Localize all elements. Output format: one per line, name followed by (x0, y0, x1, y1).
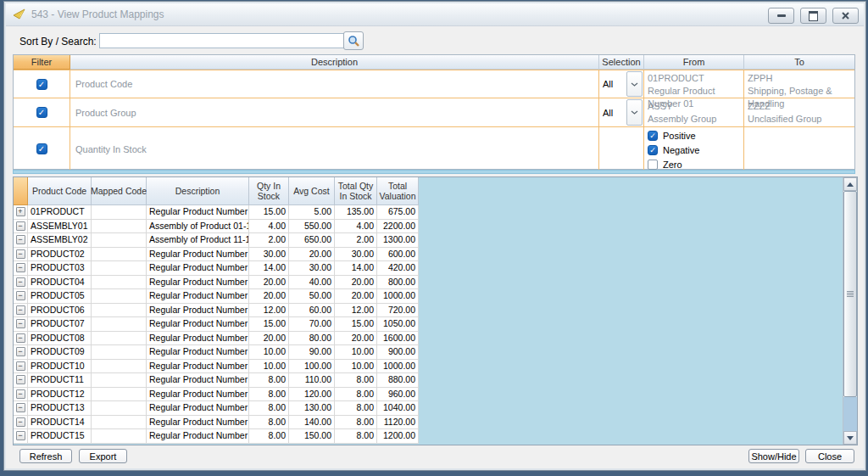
to-col-header[interactable]: To (744, 55, 854, 70)
cell-total-valuation: 1000.00 (377, 289, 419, 304)
description-col-header[interactable]: Description (70, 55, 599, 70)
negative-option: ✓ Negative (648, 143, 743, 157)
table-row[interactable]: −PRODUCT09Regular Product Number 0910.00… (14, 345, 419, 360)
table-row[interactable]: −PRODUCT07Regular Product Number 0715.00… (14, 317, 419, 332)
cell-total-valuation: 1040.00 (377, 401, 419, 416)
scrollbar-track[interactable] (843, 397, 857, 431)
scroll-up-button[interactable] (843, 177, 857, 191)
table-row[interactable]: −PRODUCT08Regular Product Number 0820.00… (14, 332, 419, 346)
table-row[interactable]: −PRODUCT04Regular Product Number 0420.00… (14, 276, 419, 290)
minus-box-icon[interactable]: − (16, 347, 25, 356)
cell-description: Regular Product Number 04 (147, 276, 249, 290)
cell-avg-cost: 100.00 (289, 360, 335, 374)
minus-box-icon[interactable]: − (16, 375, 25, 384)
show-hide-button[interactable]: Show/Hide (748, 449, 799, 463)
minus-box-icon[interactable]: − (16, 403, 25, 412)
close-button[interactable] (832, 8, 859, 24)
selection-value: All (603, 79, 613, 89)
col-header-avg-cost[interactable]: Avg Cost (289, 177, 335, 205)
table-row[interactable]: −PRODUCT06Regular Product Number 0612.00… (14, 304, 419, 318)
cell-mapped-code (92, 220, 147, 234)
cell-qty-in-stock: 10.00 (249, 360, 289, 374)
table-row[interactable]: −PRODUCT11Regular Product Number 118.001… (14, 373, 419, 388)
table-row[interactable]: −PRODUCT15Regular Product Number 158.001… (14, 429, 419, 444)
selection-dropdown-button[interactable] (626, 99, 643, 126)
table-row[interactable]: −PRODUCT03Regular Product Number 0314.00… (14, 261, 419, 276)
table-row[interactable]: −PRODUCT12Regular Product Number 128.001… (14, 388, 419, 402)
search-label: Sort By / Search: (19, 36, 97, 48)
minus-box-icon[interactable]: − (16, 235, 25, 244)
cell-description: Regular Product Number 09 (147, 345, 249, 360)
cell-total-valuation: 880.00 (377, 373, 419, 388)
minus-box-icon[interactable]: − (16, 319, 25, 328)
vertical-scrollbar[interactable] (843, 177, 857, 445)
window: 543 - View Product Mappings Sort By / Se… (3, 1, 866, 471)
product-group-filter-checkbox[interactable]: ✓ (36, 107, 47, 118)
cell-avg-cost: 70.00 (289, 317, 335, 332)
product-code-filter-checkbox[interactable]: ✓ (36, 79, 47, 90)
maximize-button[interactable] (800, 8, 826, 24)
export-button[interactable]: Export (79, 449, 127, 463)
splitter-bar[interactable] (13, 170, 855, 174)
row-expand-cell: − (14, 233, 28, 248)
cell-qty-in-stock: 8.00 (249, 401, 289, 416)
minus-box-icon[interactable]: − (16, 361, 25, 371)
cell-product-code: PRODUCT10 (28, 360, 92, 374)
cell-mapped-code (92, 401, 147, 416)
minus-box-icon[interactable]: − (16, 221, 25, 231)
search-input[interactable] (99, 33, 345, 48)
minus-box-icon[interactable]: − (16, 291, 25, 300)
scroll-down-button[interactable] (843, 431, 857, 445)
table-row[interactable]: −PRODUCT05Regular Product Number 0520.00… (14, 289, 419, 304)
col-header-description[interactable]: Description (147, 177, 249, 205)
minus-box-icon[interactable]: − (16, 263, 25, 272)
cell-qty-in-stock: 15.00 (249, 317, 289, 332)
search-button[interactable] (343, 31, 364, 50)
minimize-button[interactable] (768, 8, 794, 24)
cell-product-code: ASSEMBLY02 (28, 233, 92, 248)
table-row[interactable]: −PRODUCT10Regular Product Number 1010.00… (14, 360, 419, 374)
cell-avg-cost: 140.00 (289, 416, 335, 430)
minus-box-icon[interactable]: − (16, 431, 25, 440)
refresh-button[interactable]: Refresh (19, 449, 72, 463)
table-row[interactable]: −PRODUCT02Regular Product Number 0230.00… (14, 248, 419, 262)
cell-mapped-code (92, 233, 147, 248)
cell-description: Regular Product Number 14 (147, 416, 249, 430)
table-row[interactable]: −ASSEMBLY01Assembly of Product 01-104.00… (14, 220, 419, 234)
scrollbar-thumb[interactable] (843, 191, 857, 397)
cell-qty-in-stock: 8.00 (249, 429, 289, 444)
cell-total-qty: 8.00 (335, 401, 377, 416)
selection-col-header[interactable]: Selection (599, 55, 644, 70)
row-expand-cell: − (14, 429, 28, 444)
minus-box-icon[interactable]: − (16, 333, 25, 343)
quantity-filter-checkbox[interactable]: ✓ (36, 143, 47, 154)
table-row[interactable]: −PRODUCT13Regular Product Number 138.001… (14, 401, 419, 416)
plus-box-icon[interactable]: + (16, 207, 25, 216)
cell-mapped-code (92, 373, 147, 388)
selection-dropdown-button[interactable] (626, 71, 643, 97)
filter-col-header[interactable]: Filter (14, 55, 70, 70)
minus-box-icon[interactable]: − (16, 389, 25, 399)
table-row[interactable]: −ASSEMBLY02Assembly of Product 11-152.00… (14, 233, 419, 248)
minus-box-icon[interactable]: − (16, 305, 25, 315)
cell-description: Regular Product Number 10 (147, 360, 249, 374)
row-expand-cell: − (14, 248, 28, 262)
col-header-product-code[interactable]: Product Code (28, 177, 92, 205)
cell-qty-in-stock: 12.00 (249, 304, 289, 318)
negative-checkbox[interactable]: ✓ (648, 145, 658, 155)
minus-box-icon[interactable]: − (16, 417, 25, 427)
table-row[interactable]: −PRODUCT14Regular Product Number 148.001… (14, 416, 419, 430)
minus-box-icon[interactable]: − (16, 249, 25, 259)
cell-total-valuation: 960.00 (377, 388, 419, 402)
zero-checkbox[interactable] (648, 160, 658, 170)
minus-box-icon[interactable]: − (16, 277, 25, 287)
table-row[interactable]: +01PRODUCTRegular Product Number 0115.00… (14, 205, 419, 220)
title-bar[interactable]: 543 - View Product Mappings (6, 3, 864, 26)
from-col-header[interactable]: From (644, 55, 744, 70)
col-header-total-valuation[interactable]: Total Valuation (377, 177, 419, 205)
col-header-total-qty-in-stock[interactable]: Total Qty In Stock (335, 177, 377, 205)
close-dialog-button[interactable]: Close (805, 449, 854, 463)
col-header-qty-in-stock[interactable]: Qty In Stock (249, 177, 289, 205)
positive-checkbox[interactable]: ✓ (648, 131, 658, 141)
col-header-mapped-code[interactable]: Mapped Code (92, 177, 147, 205)
